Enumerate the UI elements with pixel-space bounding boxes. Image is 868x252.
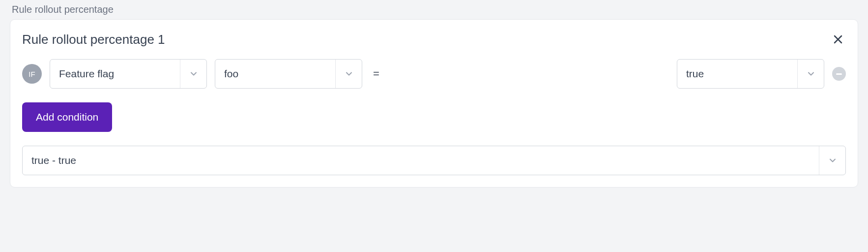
condition-row: IF Feature flag foo = true xyxy=(22,59,846,89)
result-select-value: true - true xyxy=(23,155,819,166)
value-select-value: true xyxy=(677,68,797,80)
chevron-down-icon xyxy=(180,60,206,88)
result-row: true - true xyxy=(22,146,846,175)
close-button[interactable] xyxy=(830,32,846,47)
attribute-select[interactable]: Feature flag xyxy=(50,59,207,89)
section-label: Rule rollout percentage xyxy=(10,4,858,15)
add-condition-button[interactable]: Add condition xyxy=(22,102,112,132)
result-select[interactable]: true - true xyxy=(22,146,846,175)
rule-card: Rule rollout percentage 1 IF Feature fla… xyxy=(10,19,858,188)
chevron-down-icon xyxy=(797,60,824,88)
close-icon xyxy=(832,33,844,45)
chevron-down-icon xyxy=(819,146,845,175)
chevron-down-icon xyxy=(335,60,362,88)
attribute-select-value: Feature flag xyxy=(50,68,180,80)
operator-label: = xyxy=(370,67,382,80)
value-select[interactable]: true xyxy=(677,59,824,89)
if-badge: IF xyxy=(22,64,42,84)
flag-select-value: foo xyxy=(215,68,335,80)
rule-header: Rule rollout percentage 1 xyxy=(22,32,846,47)
flag-select[interactable]: foo xyxy=(215,59,362,89)
remove-condition-button[interactable] xyxy=(832,67,846,81)
rule-title: Rule rollout percentage 1 xyxy=(22,32,165,47)
